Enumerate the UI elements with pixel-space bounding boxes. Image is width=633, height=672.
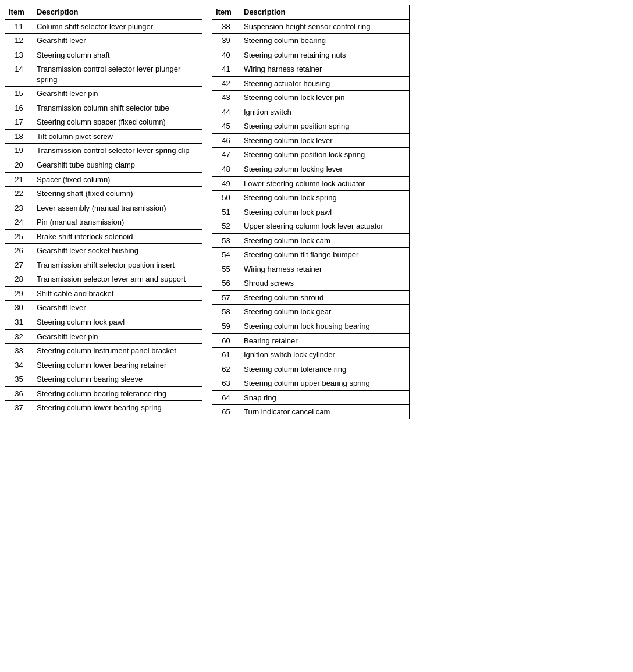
item-description: Steering column bearing sleeve [33,372,202,387]
table-row: 43Steering column lock lever pin [212,91,410,105]
table-row: 36Steering column bearing tolerance ring [5,386,202,401]
item-number: 65 [212,405,240,419]
item-description: Steering column instrument panel bracket [33,344,202,358]
table-row: 58Steering column lock gear [212,305,410,319]
table-row: 64Snap ring [212,390,410,405]
item-description: Transmission shift selector position ins… [33,258,202,272]
table-row: 34Steering column lower bearing retainer [5,358,202,372]
item-description: Steering column upper bearing spring [240,376,410,391]
item-number: 14 [5,62,33,87]
table-right: Item Description 38Suspension height sen… [212,5,410,419]
item-description: Gearshift lever socket bushing [33,244,202,258]
item-number: 38 [212,19,240,34]
item-number: 64 [212,390,240,405]
item-description: Steering column locking lever [240,162,410,177]
item-description: Lever assembly (manual transmission) [33,201,202,215]
item-description: Steering column lower bearing retainer [33,358,202,372]
item-description: Steering column lock spring [240,191,410,205]
table-row: 11Column shift selector lever plunger [5,19,202,34]
item-number: 29 [5,286,33,301]
item-number: 48 [212,162,240,177]
table-row: 39Steering column bearing [212,34,410,48]
item-description: Steering column lock pawl [33,315,202,330]
table-row: 33Steering column instrument panel brack… [5,344,202,358]
table1-header-item: Item [5,5,33,20]
table2-header-desc: Description [240,5,410,20]
item-number: 42 [212,76,240,91]
item-number: 62 [212,362,240,376]
item-description: Gearshift lever pin [33,329,202,344]
table-row: 59Steering column lock housing bearing [212,319,410,334]
item-description: Shroud screws [240,276,410,291]
item-number: 13 [5,48,33,62]
item-number: 47 [212,148,240,162]
table-row: 53Steering column lock cam [212,233,410,248]
table-row: 56Shroud screws [212,276,410,291]
table-row: 32Gearshift lever pin [5,329,202,344]
item-description: Steering column spacer (fixed column) [33,115,202,130]
item-description: Gearshift tube bushing clamp [33,158,202,173]
table-row: 61Ignition switch lock cylinder [212,348,410,362]
item-number: 18 [5,129,33,144]
item-description: Brake shift interlock solenoid [33,229,202,244]
item-description: Upper steering column lock lever actuato… [240,219,410,234]
table-row: 45Steering column position spring [212,119,410,134]
item-number: 24 [5,215,33,230]
item-number: 15 [5,87,33,101]
table-row: 52Upper steering column lock lever actua… [212,219,410,234]
table-row: 41Wiring harness retainer [212,62,410,77]
item-number: 37 [5,401,33,415]
table-row: 57Steering column shroud [212,290,410,305]
item-description: Tilt column pivot screw [33,129,202,144]
table-row: 22Steering shaft (fixed column) [5,187,202,201]
item-number: 63 [212,376,240,391]
table-row: 50Steering column lock spring [212,191,410,205]
item-number: 50 [212,191,240,205]
item-description: Steering column lock cam [240,233,410,248]
table-row: 62Steering column tolerance ring [212,362,410,376]
item-description: Shift cable and bracket [33,286,202,301]
table-row: 20Gearshift tube bushing clamp [5,158,202,173]
item-number: 34 [5,358,33,372]
item-description: Steering column position spring [240,119,410,134]
item-description: Wiring harness retainer [240,62,410,77]
item-number: 49 [212,176,240,191]
item-description: Gearshift lever [33,301,202,315]
item-description: Steering column position lock spring [240,148,410,162]
table-row: 28Transmission selector lever arm and su… [5,272,202,287]
item-number: 21 [5,172,33,187]
item-description: Steering column tilt flange bumper [240,248,410,262]
item-number: 52 [212,219,240,234]
item-description: Steering column lock gear [240,305,410,319]
item-number: 35 [5,372,33,387]
table-row: 31Steering column lock pawl [5,315,202,330]
item-number: 26 [5,244,33,258]
table-row: 63Steering column upper bearing spring [212,376,410,391]
item-number: 31 [5,315,33,330]
table-row: 60Bearing retainer [212,333,410,348]
item-description: Steering column bearing [240,34,410,48]
item-description: Steering column bearing tolerance ring [33,386,202,401]
table1-header-desc: Description [33,5,202,20]
table-row: 48Steering column locking lever [212,162,410,177]
item-number: 36 [5,386,33,401]
item-number: 58 [212,305,240,319]
table-row: 16Transmission column shift selector tub… [5,101,202,115]
item-description: Steering column shaft [33,48,202,62]
item-description: Steering column lock lever pin [240,91,410,105]
item-number: 53 [212,233,240,248]
item-description: Transmission column shift selector tube [33,101,202,115]
table-row: 65Turn indicator cancel cam [212,405,410,419]
table-row: 27Transmission shift selector position i… [5,258,202,272]
item-description: Ignition switch [240,105,410,119]
table-row: 23Lever assembly (manual transmission) [5,201,202,215]
table-row: 17Steering column spacer (fixed column) [5,115,202,130]
item-description: Steering actuator housing [240,76,410,91]
item-number: 23 [5,201,33,215]
item-number: 39 [212,34,240,48]
table-row: 47Steering column position lock spring [212,148,410,162]
item-description: Bearing retainer [240,333,410,348]
table-row: 29Shift cable and bracket [5,286,202,301]
item-number: 51 [212,205,240,219]
item-number: 30 [5,301,33,315]
